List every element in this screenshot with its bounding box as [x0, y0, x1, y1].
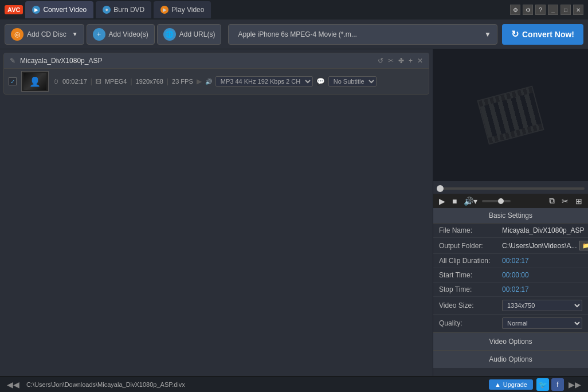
crop-button[interactable]: ⊞	[573, 195, 585, 207]
help-icon[interactable]: ?	[535, 5, 546, 15]
separator-2: |	[130, 77, 132, 85]
format-label: Apple iPhone 6s MPEG-4 Movie (*.m...	[238, 30, 356, 38]
video-add-icon: +	[93, 28, 105, 41]
file-details: ⏱ 00:02:17 | 🎞 MPEG4 | 1920x768 | 23 FPS…	[53, 76, 424, 87]
subtitle-icon: 💬	[316, 77, 325, 85]
video-size-label: Video Size:	[439, 301, 502, 309]
file-meta: ⏱ 00:02:17 | 🎞 MPEG4 | 1920x768 | 23 FPS…	[53, 76, 424, 87]
add-video-button[interactable]: + Add Video(s)	[87, 24, 155, 45]
volume-dropdown-button[interactable]: 🔊▾	[461, 195, 480, 207]
close-icon[interactable]: ✕	[573, 5, 583, 15]
output-folder-value: C:\Users\Jon\Videos\A...	[502, 242, 577, 250]
nav-left-button[interactable]: ◀◀	[5, 379, 22, 390]
cut-icon[interactable]: ✂	[387, 56, 395, 66]
settings-file-icon[interactable]: ✤	[397, 56, 405, 66]
facebook-button[interactable]: f	[551, 378, 564, 391]
cd-icon: ◎	[11, 28, 23, 41]
file-info-row: 👤 ⏱ 00:02:17 | 🎞 MPEG4 | 1920x768 | 23 F…	[4, 69, 429, 94]
seek-slider[interactable]	[437, 187, 585, 190]
play-button[interactable]: ▶	[437, 195, 448, 207]
app-logo: AVC	[5, 5, 23, 14]
start-time-value: 00:00:00	[502, 271, 582, 279]
edit-icon[interactable]: ✎	[9, 56, 17, 66]
nav-right-button[interactable]: ▶▶	[566, 379, 583, 390]
add-url-label: Add URL(s)	[179, 30, 215, 38]
fps-value: 23 FPS	[172, 78, 193, 85]
add-cd-dropdown-icon[interactable]: ▼	[72, 31, 78, 37]
subtitle-select[interactable]: No Subtitle	[328, 76, 377, 87]
titlebar: AVC ▶ Convert Video ● Burn DVD ▶ Play Vi…	[0, 0, 588, 19]
thumbnail-image: 👤	[23, 73, 46, 90]
upgrade-button[interactable]: ▲ Upgrade	[489, 379, 533, 390]
format-value: MPEG4	[105, 78, 127, 85]
audio-select[interactable]: MP3 44 KHz 192 Kbps 2 CH	[215, 76, 313, 87]
start-time-label: Start Time:	[439, 271, 502, 279]
settings-window-icon[interactable]: ⚙	[510, 5, 520, 15]
quality-label: Quality:	[439, 319, 502, 327]
film-reel-decoration	[482, 92, 539, 138]
audio-options-button[interactable]: Audio Options	[433, 350, 588, 368]
convert-now-button[interactable]: ↻ Convert Now!	[502, 24, 583, 45]
tab-burn-dvd[interactable]: ● Burn DVD	[96, 1, 151, 18]
cut-button[interactable]: ✂	[559, 195, 571, 207]
maximize-icon[interactable]: □	[560, 5, 571, 15]
stop-time-row: Stop Time: 00:02:17	[433, 283, 588, 297]
twitter-button[interactable]: 🐦	[536, 378, 549, 391]
right-panel: ▶ ■ 🔊▾ ⧉ ✂ ⊞ Basic Settings File Name: M…	[433, 49, 588, 376]
all-clip-duration-row: All Clip Duration: 00:02:17	[433, 254, 588, 268]
format-dropdown-icon[interactable]: ▼	[484, 30, 491, 38]
film-perfs-bottom	[488, 124, 543, 144]
output-folder-label: Output Folder:	[439, 242, 502, 250]
file-name: Micayala_DivX1080p_ASP	[20, 57, 373, 65]
add-cd-button[interactable]: ◎ Add CD Disc ▼	[5, 24, 84, 45]
refresh-icon: ↻	[511, 29, 519, 40]
start-time-row: Start Time: 00:00:00	[433, 268, 588, 283]
stop-time-value: 00:02:17	[502, 285, 582, 293]
file-header-icons: ↺ ✂ ✤ + ✕	[377, 56, 424, 66]
file-thumbnail: 👤	[21, 71, 49, 92]
film-icon: 🎞	[96, 79, 101, 85]
filename-value: Micayala_DivX1080p_ASP	[502, 226, 584, 234]
video-options-button[interactable]: Video Options	[433, 332, 588, 350]
tab-convert-video-label: Convert Video	[43, 6, 87, 14]
add-icon[interactable]: +	[407, 56, 414, 66]
filename-row: File Name: Micayala_DivX1080p_ASP	[433, 224, 588, 238]
output-folder-row: Output Folder: C:\Users\Jon\Videos\A... …	[433, 238, 588, 254]
video-size-row: Video Size: 1334x750	[433, 297, 588, 315]
minimize-icon[interactable]: _	[548, 5, 558, 15]
preview-area	[433, 49, 588, 181]
volume-slider[interactable]	[482, 200, 511, 202]
quality-row: Quality: Normal	[433, 315, 588, 332]
settings-header: Basic Settings	[433, 208, 588, 224]
file-checkbox[interactable]	[9, 77, 17, 85]
upgrade-arrow-icon: ▲	[495, 381, 501, 388]
video-size-select[interactable]: 1334x750	[502, 300, 582, 311]
convert-now-label: Convert Now!	[522, 30, 574, 39]
remove-icon[interactable]: ✕	[416, 56, 424, 66]
main-area: ✎ Micayala_DivX1080p_ASP ↺ ✂ ✤ + ✕ 👤	[0, 49, 588, 376]
toolbar: ◎ Add CD Disc ▼ + Add Video(s) 🌐 Add URL…	[0, 19, 588, 49]
format-selector[interactable]: Apple iPhone 6s MPEG-4 Movie (*.m... ▼	[228, 24, 497, 45]
browse-folder-button[interactable]: 📁	[579, 241, 589, 250]
film-perfs-top	[479, 87, 533, 107]
tab-convert-video[interactable]: ▶ Convert Video	[25, 1, 93, 18]
quality-select[interactable]: Normal	[502, 317, 582, 329]
duration-value: 00:02:17	[62, 78, 87, 85]
all-clip-duration-label: All Clip Duration:	[439, 257, 502, 265]
statusbar: ◀◀ C:\Users\Jon\Downloads\Micayala_DivX1…	[0, 376, 588, 392]
gear-icon[interactable]: ⚙	[523, 5, 533, 15]
tab-play-video[interactable]: ▶ Play Video	[154, 1, 211, 18]
separator-3: |	[167, 77, 168, 85]
all-clip-duration-value: 00:02:17	[502, 257, 582, 265]
left-panel: ✎ Micayala_DivX1080p_ASP ↺ ✂ ✤ + ✕ 👤	[0, 49, 433, 376]
refresh-file-icon[interactable]: ↺	[377, 56, 385, 66]
clock-icon: ⏱	[53, 79, 59, 85]
copy-button[interactable]: ⧉	[547, 195, 557, 207]
tab-burn-dvd-label: Burn DVD	[113, 6, 144, 14]
add-url-button[interactable]: 🌐 Add URL(s)	[157, 24, 222, 45]
play-video-icon: ▶	[160, 6, 168, 14]
stop-button[interactable]: ■	[450, 195, 459, 207]
window-controls: ⚙ ⚙ ? _ □ ✕	[510, 5, 583, 15]
seek-bar-container	[433, 181, 588, 194]
add-cd-label: Add CD Disc	[27, 30, 66, 38]
